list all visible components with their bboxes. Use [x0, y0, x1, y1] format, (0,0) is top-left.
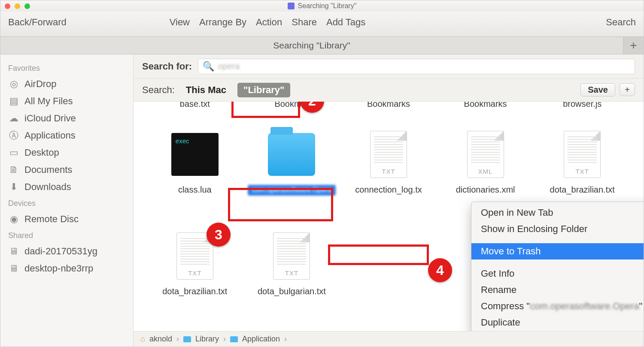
disc-icon: ◉ [8, 214, 19, 224]
exec-icon: exec [171, 133, 219, 176]
folder-icon [268, 133, 315, 176]
sidebar-item-shared-1[interactable]: 🖥dadi-20170531yg [0, 243, 133, 260]
file-label: dota_bulgarian.txt [258, 287, 326, 296]
applications-icon: Ⓐ [8, 131, 19, 140]
file-label: class.lua [178, 185, 212, 195]
sidebar-item-downloads[interactable]: ⬇Downloads [0, 178, 133, 196]
new-tab-button[interactable]: + [623, 37, 644, 54]
chevron-right-icon: › [284, 335, 287, 344]
home-icon: ⌂ [140, 335, 145, 344]
file-grid[interactable]: base.txt Bookmar Bookmarks Bookmarks bro… [134, 102, 644, 331]
toolbar: Back/Forward View Arrange By Action Shar… [0, 12, 644, 36]
folder-icon [183, 336, 191, 342]
scope-library[interactable]: "Library" [237, 83, 290, 97]
sidebar-item-remote-disc[interactable]: ◉Remote Disc [0, 211, 133, 228]
sidebar-item-label: Downloads [24, 181, 71, 193]
computer-icon: 🖥 [8, 247, 19, 256]
downloads-icon: ⬇ [8, 182, 19, 192]
annotation-badge-4: 4 [428, 258, 452, 282]
back-forward-button[interactable]: Back/Forward [8, 17, 67, 28]
sidebar-item-label: All My Files [24, 96, 73, 107]
search-for-row: Search for: 🔍 opera [134, 54, 644, 78]
sidebar-item-icloud[interactable]: ☁iCloud Drive [0, 110, 133, 127]
file-label[interactable]: Bookmarks [464, 102, 507, 109]
context-menu: Open in New Tab Show in Enclosing Folder… [471, 202, 644, 331]
tab-bar: Searching "Library" + [0, 36, 644, 54]
menu-show-enclosing[interactable]: Show in Enclosing Folder [471, 221, 644, 237]
tab-label: Searching "Library" [273, 40, 350, 51]
view-button[interactable]: View [170, 17, 190, 28]
sidebar-item-label: AirDrop [24, 78, 57, 90]
file-item[interactable]: TXT connection_log.tx [341, 127, 436, 196]
file-row-1: base.txt Bookmar Bookmarks Bookmarks bro… [146, 102, 631, 109]
file-spacer [341, 228, 436, 296]
file-item[interactable]: TXT dota_brazilian.txt [535, 127, 629, 196]
file-label[interactable]: browser.js [563, 102, 601, 109]
arrange-by-button[interactable]: Arrange By [199, 17, 246, 28]
file-label[interactable]: Bookmarks [367, 102, 410, 109]
folder-icon [230, 336, 238, 342]
txt-icon: TXT [370, 131, 407, 178]
sidebar: Favorites ◎AirDrop ▤All My Files ☁iCloud… [0, 54, 134, 347]
desktop-icon: ▭ [8, 148, 19, 157]
search-term: opera [218, 61, 240, 71]
path-bar: ⌂ aknold › Library › Application › [134, 331, 644, 347]
save-search-button[interactable]: Save [580, 83, 615, 97]
titlebar: Searching "Library" [0, 0, 644, 12]
sidebar-item-documents[interactable]: 🗎Documents [0, 161, 133, 178]
file-item[interactable]: XML dictionaries.xml [438, 127, 533, 196]
path-segment[interactable]: Library [195, 335, 219, 344]
menu-open-new-tab[interactable]: Open in New Tab [471, 205, 644, 221]
main-panel: Search for: 🔍 opera Search: This Mac "Li… [134, 54, 644, 347]
search-input[interactable]: 🔍 opera [198, 59, 635, 74]
txt-icon: TXT [564, 131, 601, 178]
txt-icon: TXT [273, 232, 310, 280]
path-segment[interactable]: aknold [149, 335, 172, 344]
menu-get-info[interactable]: Get Info [471, 266, 644, 282]
search-scope-row: Search: This Mac "Library" Save + [134, 78, 644, 102]
file-item[interactable]: TXT dota_bulgarian.txt [244, 228, 339, 296]
icloud-icon: ☁ [8, 114, 19, 123]
window-title-text: Searching "Library" [298, 2, 357, 10]
search-button[interactable]: Search [606, 17, 636, 28]
add-tags-button[interactable]: Add Tags [326, 17, 365, 28]
file-label: dota_brazilian.txt [550, 185, 615, 195]
chevron-right-icon: › [176, 335, 179, 344]
sidebar-item-airdrop[interactable]: ◎AirDrop [0, 75, 133, 93]
file-label[interactable]: base.txt [180, 102, 210, 109]
sidebar-item-shared-2[interactable]: 🖥desktop-nbe3rrp [0, 260, 133, 277]
scope-label: Search: [142, 84, 175, 96]
search-for-label: Search for: [142, 61, 192, 72]
sidebar-item-label: iCloud Drive [24, 113, 76, 124]
airdrop-icon: ◎ [8, 79, 19, 89]
sidebar-item-label: Remote Disc [24, 214, 79, 225]
chevron-right-icon: › [223, 335, 226, 344]
path-segment[interactable]: Application [242, 335, 280, 344]
file-label: connection_log.tx [355, 185, 422, 195]
annotation-badge-3: 3 [207, 223, 231, 247]
sidebar-header-shared: Shared [0, 228, 133, 243]
sidebar-item-label: Applications [24, 130, 76, 141]
file-item-selected[interactable]: com.operasoftware.Opera [244, 127, 339, 196]
menu-move-to-trash[interactable]: Move to Trash [471, 243, 644, 259]
file-label-selected: com.operasoftware.Opera [248, 185, 336, 196]
file-label: dota_brazilian.txt [162, 287, 227, 296]
content: Favorites ◎AirDrop ▤All My Files ☁iCloud… [0, 54, 644, 347]
tab-searching-library[interactable]: Searching "Library" [0, 37, 623, 54]
sidebar-item-all-my-files[interactable]: ▤All My Files [0, 93, 133, 110]
action-button[interactable]: Action [256, 17, 282, 28]
sidebar-header-favorites: Favorites [0, 60, 133, 75]
menu-rename[interactable]: Rename [471, 282, 644, 298]
finder-window: Searching "Library" Back/Forward View Ar… [0, 0, 644, 347]
sidebar-item-desktop[interactable]: ▭Desktop [0, 144, 133, 161]
menu-compress[interactable]: Compress "com.operasoftware.Opera" [471, 298, 644, 314]
xml-icon: XML [467, 131, 504, 178]
file-row-2: exec class.lua com.operasoftware.Opera T… [146, 127, 631, 196]
scope-this-mac[interactable]: This Mac [182, 83, 230, 97]
menu-duplicate[interactable]: Duplicate [471, 314, 644, 331]
file-item[interactable]: exec class.lua [148, 127, 242, 196]
window-title: Searching "Library" [0, 2, 644, 10]
add-criteria-button[interactable]: + [620, 83, 635, 96]
share-button[interactable]: Share [292, 17, 317, 28]
sidebar-item-applications[interactable]: ⒶApplications [0, 127, 133, 144]
